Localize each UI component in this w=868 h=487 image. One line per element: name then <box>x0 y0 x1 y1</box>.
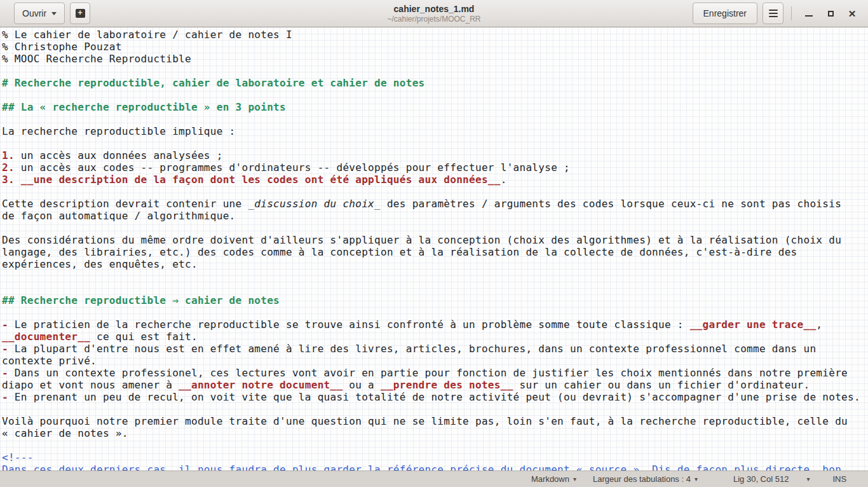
editor-line: # Recherche reproductible, cahier de lab… <box>2 77 868 89</box>
headerbar: Ouvrir cahier_notes_1.md ~/cahier/projet… <box>0 0 868 27</box>
tab-width-selector[interactable]: Largeur des tabulations : 4 ▾ <box>590 474 700 484</box>
maximize-icon <box>828 11 834 17</box>
editor-line: % MOOC Recherche Reproductible <box>2 53 868 65</box>
chevron-down-icon: ▾ <box>695 476 698 483</box>
headerbar-right: Enregistrer ✕ <box>693 3 863 24</box>
hamburger-menu-icon <box>769 10 778 11</box>
editor-line <box>2 222 868 234</box>
editor-line <box>2 306 868 319</box>
save-button-label: Enregistrer <box>703 8 747 18</box>
editor-line: 1. un accès aux données analysées ; <box>2 149 868 161</box>
editor-line: Dans ces deux derniers cas, il nous faud… <box>2 463 868 470</box>
goto-line-dropdown[interactable]: ▾ <box>804 476 812 483</box>
editor-line: Des considérations du même ordre doivent… <box>2 234 868 246</box>
editor-line: - Le praticien de la recherche reproduct… <box>2 319 868 331</box>
editor-line <box>2 186 868 198</box>
save-button[interactable]: Enregistrer <box>693 3 757 24</box>
maximize-button[interactable] <box>820 3 841 24</box>
statusbar: Markdown ▾ Largeur des tabulations : 4 ▾… <box>0 470 868 487</box>
cursor-position[interactable]: Lig 30, Col 512 <box>731 474 791 484</box>
editor-line <box>2 403 868 415</box>
minimize-icon <box>805 15 813 17</box>
header-separator <box>791 6 792 20</box>
editor-line: 3. __une description de la façon dont le… <box>2 174 868 186</box>
insert-mode-indicator: INS <box>830 474 849 484</box>
editor-line: Cette description devrait contenir une _… <box>2 198 868 210</box>
language-selector[interactable]: Markdown ▾ <box>529 474 579 484</box>
document-title: cahier_notes_1.md <box>394 4 475 15</box>
editor-line: « cahier de notes ». <box>2 427 868 439</box>
editor-line <box>2 65 868 77</box>
insert-mode-label: INS <box>832 474 846 484</box>
editor-line: 2. un accès aux codes -- programmes d'or… <box>2 161 868 174</box>
editor-line: % Le cahier de laboratoire / cahier de n… <box>2 29 868 41</box>
minimize-button[interactable] <box>798 3 820 24</box>
editor-line <box>2 282 868 294</box>
gedit-window: Ouvrir cahier_notes_1.md ~/cahier/projet… <box>0 0 868 487</box>
editor-line <box>2 113 868 125</box>
language-label: Markdown <box>531 474 569 484</box>
editor-line: ## Recherche reproductible ⇒ cahier de n… <box>2 294 868 306</box>
chevron-down-icon: ▾ <box>806 476 810 483</box>
editor-line: La recherche reproductible implique : <box>2 125 868 137</box>
editor-content: % Le cahier de laboratoire / cahier de n… <box>2 29 868 470</box>
new-document-button[interactable] <box>70 3 90 24</box>
document-path: ~/cahier/projets/MOOC_RR <box>387 15 480 24</box>
editor-line: - En prenant un peu de recul, on voit vi… <box>2 391 868 403</box>
editor-line: de façon automatique / algorithmique. <box>2 210 868 222</box>
editor-line <box>2 439 868 451</box>
editor-line: diapo et vont nous amener à __annoter no… <box>2 379 868 391</box>
editor-line: contexte privé. <box>2 355 868 367</box>
new-document-icon <box>76 9 85 18</box>
close-button[interactable]: ✕ <box>841 3 863 24</box>
editor-line <box>2 270 868 282</box>
close-icon: ✕ <box>848 9 857 18</box>
editor-line <box>2 137 868 149</box>
editor-line: % Christophe Pouzat <box>2 41 868 53</box>
editor-line: - La plupart d'entre nous est en effet a… <box>2 343 868 355</box>
open-button-label: Ouvrir <box>22 8 46 18</box>
text-editor[interactable]: % Le cahier de laboratoire / cahier de n… <box>0 27 868 470</box>
editor-line: expériences, des enquêtes, etc. <box>2 258 868 270</box>
tab-width-label: Largeur des tabulations : 4 <box>593 474 691 484</box>
editor-line: ## La « recherche reproductible » en 3 p… <box>2 101 868 113</box>
menu-button[interactable] <box>763 3 783 24</box>
editor-line: Voilà pourquoi notre premier module trai… <box>2 415 868 427</box>
editor-line: langage, des librairies, etc.) des codes… <box>2 246 868 258</box>
editor-line <box>2 89 868 101</box>
editor-line: <!--- <box>2 451 868 463</box>
editor-line: __documenter__ ce qui est fait. <box>2 331 868 343</box>
chevron-down-icon <box>51 12 57 15</box>
cursor-position-label: Lig 30, Col 512 <box>733 474 789 484</box>
editor-line: - Dans un contexte professionel, ces lec… <box>2 367 868 379</box>
open-button[interactable]: Ouvrir <box>14 3 65 24</box>
chevron-down-icon: ▾ <box>573 476 576 483</box>
